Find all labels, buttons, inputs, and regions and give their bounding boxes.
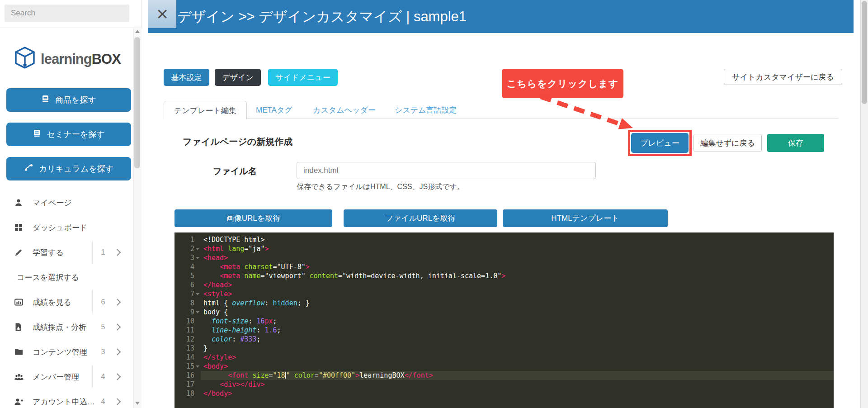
pill-blue[interactable]: 基本設定 <box>164 69 209 86</box>
code-text: html { overflow: hidden; } <box>201 299 834 308</box>
fold-gutter <box>194 353 201 362</box>
sidebar-item-6[interactable]: コンテンツ管理3 <box>0 339 134 364</box>
book-icon <box>33 129 41 140</box>
sidebar-item-3[interactable]: コースを選択する <box>0 265 134 289</box>
back-without-edit-button[interactable]: 編集せずに戻る <box>693 134 762 152</box>
sidebar-scrollbar-thumb[interactable] <box>134 37 140 168</box>
code-line-16: 16 <font size="18" color="#00ff00">learn… <box>175 371 834 380</box>
sidebar-item-label: コースを選択する <box>17 272 79 282</box>
code-line-13: 13} <box>175 344 834 353</box>
code-line-3: 3<head> <box>175 253 834 262</box>
sidebar-item-1[interactable]: ダッシュボード <box>0 215 134 240</box>
sidebar-item-2[interactable]: 学習する1 <box>0 240 134 265</box>
sidebar-button-1[interactable]: セミナーを探す <box>6 123 131 146</box>
page-scrollbar-thumb[interactable] <box>862 1 867 104</box>
search-input[interactable] <box>5 5 129 22</box>
close-icon[interactable]: × <box>148 0 176 28</box>
fold-gutter <box>194 380 201 389</box>
item-divider <box>92 290 93 313</box>
code-line-1: 1<!DOCTYPE html> <box>175 235 834 244</box>
item-count-badge: 5 <box>97 323 109 331</box>
sidebar-item-label: 成績を見る <box>33 297 71 307</box>
file-name-help-text: 保存できるファイルはHTML、CSS、JS形式です。 <box>297 182 464 192</box>
tab-0[interactable]: テンプレート編集 <box>164 101 247 119</box>
scroll-down-icon[interactable] <box>135 402 140 405</box>
pill-dark[interactable]: デザイン <box>215 69 261 86</box>
save-button[interactable]: 保存 <box>767 134 824 152</box>
item-divider <box>92 241 93 264</box>
back-to-site-customizer-button[interactable]: サイトカスタマイザーに戻る <box>724 69 842 85</box>
bar-chart-icon <box>14 298 24 307</box>
sidebar-button-2[interactable]: カリキュラムを探す <box>6 157 131 180</box>
tab-3[interactable]: システム言語設定 <box>395 101 457 119</box>
sidebar-item-5[interactable]: 成績採点・分析5 <box>0 314 134 339</box>
code-text: } <box>201 344 834 353</box>
sidebar-item-label: マイページ <box>33 197 72 208</box>
line-number: 14 <box>175 353 194 362</box>
code-text: body { <box>201 308 834 317</box>
code-text: <style> <box>201 289 834 299</box>
item-count-badge: 3 <box>97 348 109 356</box>
code-text: </style> <box>201 353 834 362</box>
fold-arrow-icon[interactable] <box>194 362 201 371</box>
code-text: <!DOCTYPE html> <box>201 235 834 244</box>
sidebar-button-0[interactable]: 商品を探す <box>6 88 131 112</box>
sidebar-item-label: コンテンツ管理 <box>33 346 87 357</box>
sidebar-item-4[interactable]: 成績を見る6 <box>0 289 134 314</box>
sidebar-item-8[interactable]: アカウント申込…4 <box>0 389 134 408</box>
code-text: <meta name="viewport" content="width=dev… <box>201 271 834 280</box>
chevron-right-icon[interactable] <box>114 323 121 331</box>
code-text: <meta charset="UTF-8"> <box>201 262 834 271</box>
code-line-2: 2<html lang="ja"> <box>175 244 834 253</box>
user-plus-icon <box>14 397 24 406</box>
code-line-6: 6</head> <box>175 280 834 289</box>
chevron-right-icon[interactable] <box>114 348 121 356</box>
item-divider <box>92 365 93 388</box>
user-icon <box>14 198 24 207</box>
cube-logo-icon <box>13 45 37 73</box>
line-number: 11 <box>175 326 194 335</box>
line-number: 5 <box>175 271 194 280</box>
code-text: <head> <box>201 253 834 262</box>
section-title: ファイルページの新規作成 <box>183 136 292 148</box>
code-line-5: 5 <meta name="viewport" content="width=d… <box>175 271 834 280</box>
chevron-right-icon[interactable] <box>114 299 121 306</box>
fold-arrow-icon[interactable] <box>194 289 201 299</box>
fold-arrow-icon[interactable] <box>194 244 201 253</box>
code-text: <body> <box>201 362 834 371</box>
fold-gutter <box>194 299 201 308</box>
code-text: color: #333; <box>201 335 834 344</box>
line-number: 15 <box>175 362 194 371</box>
tab-2[interactable]: カスタムヘッダー <box>313 101 376 119</box>
chevron-right-icon[interactable] <box>114 398 121 405</box>
scroll-up-icon[interactable] <box>135 30 140 33</box>
tab-1[interactable]: METAタグ <box>256 101 292 119</box>
sidebar-button-label: セミナーを探す <box>47 129 104 140</box>
page-scrollbar[interactable] <box>860 0 868 408</box>
line-number: 9 <box>175 308 194 317</box>
code-line-12: 12 color: #333; <box>175 335 834 344</box>
sidebar-item-label: 学習する <box>33 247 64 257</box>
item-count-badge: 6 <box>97 298 109 306</box>
sidebar-item-0[interactable]: マイページ <box>0 190 134 215</box>
route-icon <box>24 163 33 175</box>
code-editor[interactable]: 1<!DOCTYPE html>2<html lang="ja">3<head>… <box>175 232 834 408</box>
code-text: line-height: 1.6; <box>201 326 834 335</box>
pill-cyan[interactable]: サイドメニュー <box>268 69 338 86</box>
code-text: </head> <box>201 280 834 289</box>
fold-arrow-icon[interactable] <box>194 253 201 262</box>
book-icon <box>41 95 50 105</box>
learningbox-logo[interactable]: learningBOX <box>0 40 134 79</box>
fold-arrow-icon[interactable] <box>194 308 201 317</box>
file-name-input[interactable] <box>297 162 596 179</box>
code-line-7: 7<style> <box>175 289 834 299</box>
toolbar-button-1[interactable]: ファイルURLを取得 <box>344 209 497 227</box>
chevron-right-icon[interactable] <box>114 249 121 256</box>
toolbar-button-2[interactable]: HTMLテンプレート <box>503 209 668 227</box>
line-number: 10 <box>175 317 194 326</box>
chevron-right-icon[interactable] <box>114 373 121 380</box>
code-text: font-size: 16px; <box>201 317 834 326</box>
toolbar-button-0[interactable]: 画像URLを取得 <box>175 209 332 227</box>
sidebar-item-7[interactable]: メンバー管理4 <box>0 364 134 389</box>
line-number: 12 <box>175 335 194 344</box>
